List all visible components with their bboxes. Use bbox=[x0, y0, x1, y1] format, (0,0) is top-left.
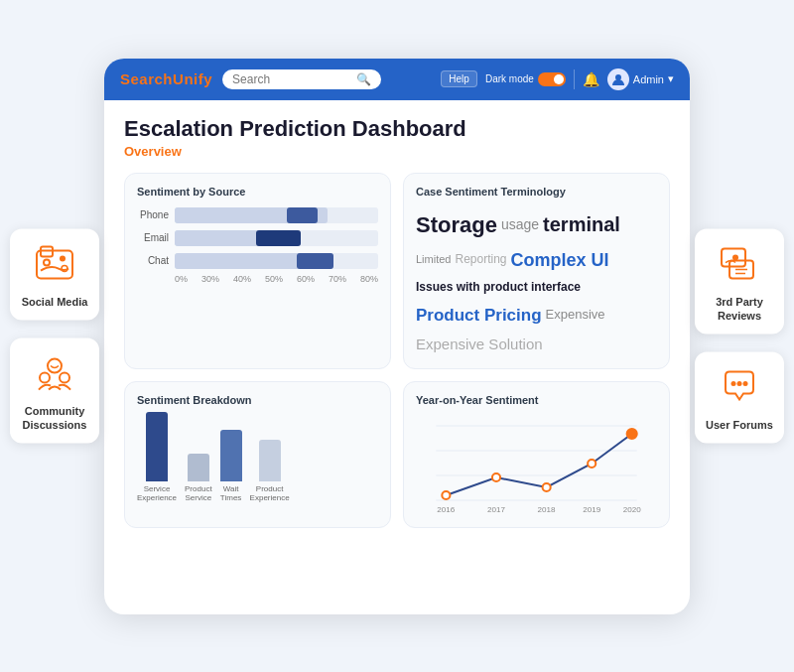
nav-right: Help Dark mode 🔔 Admin ▾ bbox=[441, 68, 674, 90]
breakdown-bars: ServiceExperience ProductService WaitTim… bbox=[137, 416, 378, 505]
bar-row-chat: Chat bbox=[137, 253, 378, 269]
dark-mode-toggle: Dark mode bbox=[485, 72, 566, 86]
sentiment-by-source-card: Sentiment by Source Phone Emai bbox=[124, 173, 391, 369]
terminology-title: Case Sentiment Terminology bbox=[416, 186, 657, 198]
nav-divider bbox=[574, 69, 575, 89]
vbar-wait-times-bar bbox=[220, 430, 242, 481]
vbar-service-exp-bar bbox=[146, 412, 168, 481]
term-terminal: terminal bbox=[543, 208, 620, 240]
yoy-xlabel-2020: 2020 bbox=[623, 505, 642, 514]
dark-mode-label: Dark mode bbox=[485, 73, 534, 84]
vbar-product-service-label: ProductService bbox=[185, 484, 212, 503]
user-forums-card[interactable]: User Forums bbox=[695, 352, 784, 444]
overview-label: Overview bbox=[124, 144, 670, 159]
vbar-product-exp-bar bbox=[259, 440, 281, 481]
search-icon: 🔍 bbox=[356, 72, 371, 86]
svg-point-7 bbox=[60, 372, 69, 382]
social-media-icon bbox=[31, 240, 78, 288]
terminology-cloud: Storage usage terminal Limited Reporting… bbox=[416, 207, 657, 356]
x-axis: 0% 30% 40% 50% 60% 70% 80% bbox=[137, 274, 378, 284]
term-expensive-solution: Expensive Solution bbox=[416, 333, 657, 356]
sentiment-breakdown-title: Sentiment Breakdown bbox=[137, 394, 378, 406]
3rd-party-reviews-card[interactable]: 3rd Party Reviews bbox=[695, 228, 784, 335]
admin-label: Admin bbox=[633, 73, 664, 85]
vbar-product-service: ProductService bbox=[185, 454, 212, 503]
yoy-xlabel-2019: 2019 bbox=[583, 505, 601, 514]
svg-point-19 bbox=[737, 381, 742, 386]
bell-icon[interactable]: 🔔 bbox=[583, 71, 599, 87]
side-icons-left: Social Media Community Discussions bbox=[10, 228, 99, 444]
social-media-card[interactable]: Social Media bbox=[10, 228, 99, 320]
yoy-sentiment-title: Year-on-Year Sentiment bbox=[416, 394, 657, 406]
bar-label-chat: Chat bbox=[137, 255, 169, 266]
dashboard-card: SearchUnify 🔍 Help Dark mode 🔔 Admi bbox=[104, 59, 690, 614]
bar-label-email: Email bbox=[137, 232, 169, 243]
dash-body: Escalation Prediction Dashboard Overview… bbox=[104, 100, 690, 544]
search-bar[interactable]: 🔍 bbox=[222, 69, 381, 89]
bar-track-chat bbox=[175, 253, 378, 269]
yoy-line bbox=[446, 434, 631, 495]
svg-point-3 bbox=[60, 255, 66, 261]
svg-point-18 bbox=[731, 381, 736, 386]
yoy-sentiment-card: Year-on-Year Sentiment bbox=[403, 381, 670, 528]
charts-grid: Sentiment by Source Phone Emai bbox=[124, 173, 670, 528]
help-button[interactable]: Help bbox=[441, 70, 477, 87]
outer-wrapper: Social Media Community Discussions bbox=[10, 19, 784, 654]
vbar-service-exp: ServiceExperience bbox=[137, 412, 177, 503]
logo-prefix: Sear bbox=[120, 70, 155, 87]
bar-label-phone: Phone bbox=[137, 209, 169, 220]
sentiment-bars: Phone Email bbox=[137, 207, 378, 269]
vbar-product-exp-label: ProductExperience bbox=[250, 484, 290, 503]
logo-highlight: ch bbox=[155, 70, 174, 87]
logo: SearchUnify bbox=[120, 70, 212, 87]
bar-row-email: Email bbox=[137, 230, 378, 246]
svg-point-6 bbox=[40, 372, 50, 382]
vbar-service-exp-label: ServiceExperience bbox=[137, 484, 177, 503]
yoy-svg: 2016 2017 2018 2019 2020 bbox=[416, 416, 657, 515]
sentiment-by-source-title: Sentiment by Source bbox=[137, 186, 378, 198]
bar-track-email bbox=[175, 230, 378, 246]
community-discussions-icon bbox=[31, 349, 78, 397]
term-usage: usage bbox=[501, 213, 539, 235]
term-product-pricing: Product Pricing bbox=[416, 302, 542, 329]
yoy-xlabel-2016: 2016 bbox=[437, 505, 456, 514]
svg-point-20 bbox=[743, 381, 748, 386]
svg-point-5 bbox=[48, 358, 62, 372]
term-storage: Storage bbox=[416, 207, 497, 242]
3rd-party-reviews-icon bbox=[716, 240, 763, 288]
yoy-point-2018 bbox=[543, 483, 551, 491]
vbar-wait-times-label: WaitTimes bbox=[220, 484, 241, 503]
vbar-wait-times: WaitTimes bbox=[220, 430, 242, 503]
social-media-label: Social Media bbox=[22, 294, 88, 308]
term-issues: Issues with product interface bbox=[416, 278, 657, 297]
vbar-product-exp: ProductExperience bbox=[250, 440, 290, 503]
yoy-point-2020 bbox=[627, 429, 637, 439]
search-input[interactable] bbox=[232, 72, 350, 86]
page-title: Escalation Prediction Dashboard bbox=[124, 116, 670, 142]
dark-mode-switch[interactable] bbox=[538, 72, 566, 86]
user-forums-icon bbox=[716, 364, 763, 412]
admin-avatar-button[interactable]: Admin ▾ bbox=[607, 68, 674, 90]
yoy-chart: 2016 2017 2018 2019 2020 bbox=[416, 416, 657, 515]
term-limited: Limited bbox=[416, 251, 451, 269]
bar-track-phone bbox=[175, 207, 378, 223]
community-discussions-label: Community Discussions bbox=[18, 403, 91, 432]
svg-point-2 bbox=[44, 259, 50, 265]
sentiment-breakdown-card: Sentiment Breakdown ServiceExperience Pr… bbox=[124, 381, 391, 528]
community-discussions-card[interactable]: Community Discussions bbox=[10, 337, 99, 444]
term-complex-ui: Complex UI bbox=[511, 246, 609, 275]
logo-suffix: Unify bbox=[173, 70, 212, 87]
bar-row-phone: Phone bbox=[137, 207, 378, 223]
yoy-point-2016 bbox=[442, 491, 450, 499]
yoy-xlabel-2017: 2017 bbox=[487, 505, 506, 514]
svg-point-15 bbox=[732, 254, 738, 260]
vbar-product-service-bar bbox=[188, 454, 209, 481]
yoy-point-2019 bbox=[588, 460, 596, 468]
user-forums-label: User Forums bbox=[706, 418, 773, 432]
side-icons-right: 3rd Party Reviews User Forums bbox=[695, 228, 784, 444]
3rd-party-reviews-label: 3rd Party Reviews bbox=[703, 294, 776, 323]
term-expensive: Expensive bbox=[546, 305, 605, 326]
chevron-down-icon: ▾ bbox=[668, 72, 674, 85]
avatar bbox=[607, 68, 629, 90]
term-reporting: Reporting bbox=[455, 250, 506, 269]
